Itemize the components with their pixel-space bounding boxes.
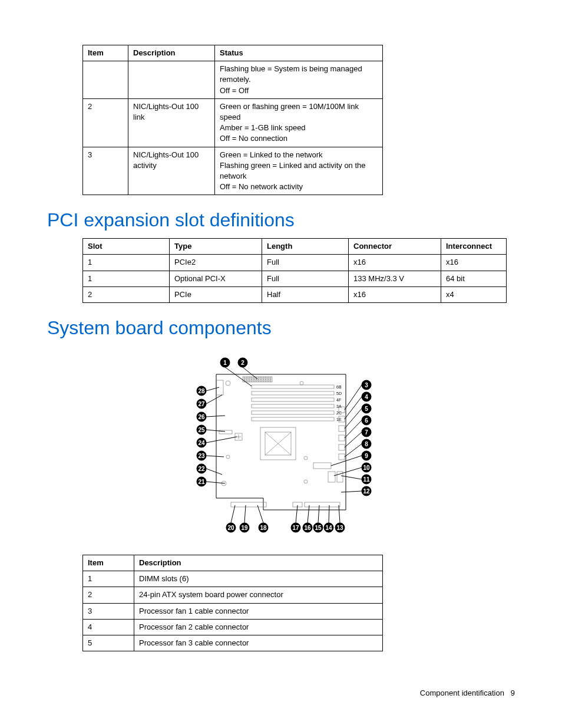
svg-line-143 bbox=[339, 505, 340, 523]
svg-line-83 bbox=[206, 456, 224, 457]
svg-line-107 bbox=[345, 444, 362, 457]
svg-rect-21 bbox=[253, 377, 254, 379]
table-row: 1PCIe2Fullx16x16 bbox=[83, 255, 507, 271]
svg-line-131 bbox=[296, 505, 297, 523]
svg-rect-31 bbox=[265, 377, 266, 379]
heading-board: System board components bbox=[47, 317, 515, 339]
svg-line-104 bbox=[345, 432, 362, 447]
table-row: 3Processor fan 1 cable connector bbox=[83, 603, 383, 619]
svg-point-57 bbox=[304, 480, 308, 483]
svg-text:8: 8 bbox=[365, 441, 368, 447]
svg-text:11: 11 bbox=[363, 476, 370, 483]
svg-text:4F: 4F bbox=[336, 398, 341, 402]
svg-rect-19 bbox=[251, 377, 252, 379]
footer-label: Component identification bbox=[420, 689, 504, 697]
heading-pci: PCI expansion slot definitions bbox=[47, 209, 515, 231]
page-footer: Component identification 9 bbox=[420, 689, 515, 697]
svg-text:3A: 3A bbox=[336, 404, 342, 409]
col-status: Status bbox=[215, 45, 383, 61]
svg-text:2: 2 bbox=[241, 360, 244, 366]
svg-rect-42 bbox=[339, 435, 345, 441]
svg-text:4: 4 bbox=[365, 394, 368, 400]
svg-point-59 bbox=[226, 381, 230, 386]
svg-line-74 bbox=[206, 416, 225, 417]
col-desc: Description bbox=[128, 45, 215, 61]
col-connector: Connector bbox=[349, 239, 441, 255]
col-slot: Slot bbox=[83, 239, 170, 255]
svg-rect-10 bbox=[252, 417, 334, 421]
svg-text:3: 3 bbox=[365, 382, 368, 388]
svg-text:5: 5 bbox=[365, 406, 368, 412]
svg-text:14: 14 bbox=[325, 525, 332, 531]
svg-text:25: 25 bbox=[198, 427, 205, 433]
svg-rect-12 bbox=[243, 377, 272, 382]
svg-line-92 bbox=[345, 385, 362, 410]
svg-line-71 bbox=[206, 395, 222, 404]
svg-line-137 bbox=[318, 505, 319, 523]
svg-rect-35 bbox=[270, 377, 271, 379]
svg-rect-17 bbox=[249, 377, 250, 379]
svg-line-110 bbox=[331, 456, 362, 466]
svg-line-95 bbox=[345, 397, 362, 419]
svg-line-77 bbox=[206, 430, 225, 431]
svg-line-125 bbox=[244, 505, 246, 523]
svg-line-68 bbox=[206, 387, 219, 391]
col-length: Length bbox=[262, 239, 349, 255]
svg-rect-28 bbox=[260, 380, 262, 381]
svg-text:7: 7 bbox=[365, 429, 368, 436]
components-table: Item Description 1DIMM slots (6)224-pin … bbox=[82, 555, 383, 651]
svg-text:19: 19 bbox=[241, 525, 248, 531]
table-row: Flashing blue = System is being managed … bbox=[83, 61, 383, 99]
svg-line-80 bbox=[206, 437, 237, 443]
svg-text:10: 10 bbox=[363, 465, 370, 471]
col-item: Item bbox=[83, 555, 134, 571]
svg-point-55 bbox=[226, 455, 230, 459]
svg-rect-53 bbox=[328, 472, 335, 482]
svg-rect-51 bbox=[305, 502, 340, 507]
col-item: Item bbox=[83, 45, 128, 61]
svg-rect-20 bbox=[251, 380, 252, 381]
pci-table: Slot Type Length Connector Interconnect … bbox=[82, 238, 507, 303]
col-interconnect: Interconnect bbox=[441, 239, 507, 255]
svg-text:26: 26 bbox=[198, 414, 205, 420]
footer-page: 9 bbox=[511, 689, 515, 697]
svg-text:28: 28 bbox=[198, 388, 205, 394]
svg-text:24: 24 bbox=[198, 440, 205, 446]
svg-text:17: 17 bbox=[292, 525, 299, 531]
svg-rect-25 bbox=[258, 377, 259, 379]
table-row: 3NIC/Lights-Out 100 activityGreen = Link… bbox=[83, 147, 383, 195]
svg-rect-15 bbox=[246, 377, 247, 379]
svg-text:15: 15 bbox=[315, 525, 322, 531]
svg-text:6B: 6B bbox=[336, 385, 342, 389]
status-table: Item Description Status Flashing blue = … bbox=[82, 45, 383, 195]
svg-line-119 bbox=[341, 491, 362, 492]
svg-line-140 bbox=[329, 505, 329, 523]
svg-rect-50 bbox=[231, 502, 266, 507]
svg-rect-8 bbox=[252, 411, 334, 414]
svg-rect-2 bbox=[252, 391, 334, 395]
table-row: 1DIMM slots (6) bbox=[83, 571, 383, 587]
col-desc: Description bbox=[134, 555, 383, 571]
svg-point-56 bbox=[304, 456, 308, 460]
svg-rect-32 bbox=[265, 380, 266, 381]
table-row: 224-pin ATX system board power connector bbox=[83, 587, 383, 603]
svg-point-58 bbox=[300, 381, 303, 385]
svg-text:5D: 5D bbox=[336, 391, 342, 396]
svg-text:22: 22 bbox=[198, 466, 205, 472]
col-type: Type bbox=[170, 239, 262, 255]
svg-rect-27 bbox=[260, 377, 262, 379]
svg-line-86 bbox=[206, 469, 222, 475]
svg-rect-44 bbox=[339, 454, 345, 460]
svg-line-122 bbox=[231, 505, 235, 523]
svg-text:2C: 2C bbox=[336, 411, 342, 415]
svg-text:18: 18 bbox=[260, 525, 267, 531]
svg-rect-45 bbox=[313, 463, 331, 469]
svg-text:6: 6 bbox=[365, 417, 368, 424]
svg-rect-13 bbox=[244, 377, 245, 379]
svg-text:1E: 1E bbox=[336, 417, 342, 421]
system-board-diagram: 6B5D4F3A2C1E 122827262524232221345678910… bbox=[169, 351, 393, 545]
svg-rect-43 bbox=[339, 444, 345, 450]
svg-text:27: 27 bbox=[198, 401, 205, 407]
svg-rect-26 bbox=[258, 380, 259, 381]
table-row: 4Processor fan 2 cable connector bbox=[83, 619, 383, 635]
